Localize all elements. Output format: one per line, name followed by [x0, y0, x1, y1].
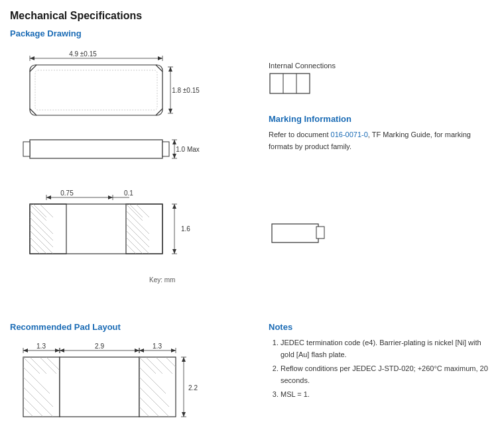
svg-text:Key:  mm: Key: mm [149, 276, 175, 284]
svg-marker-84 [171, 348, 176, 352]
svg-text:1.0 Max: 1.0 Max [176, 146, 200, 153]
svg-text:0.75: 0.75 [60, 189, 74, 197]
svg-rect-35 [30, 204, 162, 254]
svg-rect-103 [139, 357, 176, 417]
note-item-2: Reflow conditions per JEDEC J-STD-020; +… [281, 363, 494, 386]
svg-marker-83 [139, 348, 144, 352]
svg-text:2.9: 2.9 [95, 343, 104, 350]
svg-marker-90 [182, 412, 186, 417]
internal-connections-section: Internal Connections [269, 62, 494, 101]
note-item-3: MSL = 1. [281, 389, 494, 401]
svg-marker-71 [23, 348, 28, 352]
svg-marker-10 [168, 109, 172, 113]
svg-rect-66 [272, 224, 318, 242]
svg-text:1.8 ±0.15: 1.8 ±0.15 [172, 87, 200, 94]
svg-marker-59 [172, 204, 176, 209]
svg-marker-77 [60, 348, 64, 352]
note-item-1: JEDEC termination code (e4). Barrier-pla… [281, 337, 494, 360]
internal-connections-label: Internal Connections [269, 62, 494, 70]
svg-text:2.2: 2.2 [188, 384, 198, 392]
svg-marker-30 [46, 195, 51, 199]
svg-marker-9 [168, 67, 172, 72]
svg-text:4.9 ±0.15: 4.9 ±0.15 [69, 50, 97, 58]
svg-marker-72 [55, 348, 60, 352]
pad-layout-section: Recommended Pad Layout 1.3 2.9 [10, 322, 249, 428]
svg-marker-60 [172, 249, 176, 254]
marking-info-title: Marking Information [269, 114, 494, 124]
svg-marker-89 [182, 357, 186, 362]
package-drawing-area: 4.9 ±0.15 1.8 ±0.15 [10, 44, 235, 302]
svg-rect-19 [23, 142, 30, 156]
marking-info-section: Marking Information Refer to document 01… [269, 114, 494, 152]
pad-layout-title: Recommended Pad Layout [10, 322, 249, 332]
marking-info-text: Refer to document 016-0071-0, TF Marking… [269, 129, 494, 152]
svg-rect-67 [316, 227, 324, 239]
svg-rect-12 [30, 65, 162, 115]
side-view-right [269, 219, 494, 254]
package-drawing-title: Package Drawing [10, 28, 249, 38]
svg-marker-31 [108, 195, 113, 199]
pad-layout-drawing: 1.3 2.9 1.3 [10, 337, 249, 428]
svg-marker-25 [172, 154, 176, 158]
svg-marker-3 [30, 56, 34, 60]
svg-rect-102 [60, 357, 139, 417]
svg-marker-78 [135, 348, 139, 352]
notes-title: Notes [269, 322, 494, 332]
page-title: Mechanical Specifications [10, 10, 494, 22]
notes-section: Notes JEDEC termination code (e4). Barri… [262, 322, 494, 428]
svg-marker-24 [172, 140, 176, 144]
svg-rect-63 [270, 74, 310, 93]
svg-text:0.1: 0.1 [124, 189, 133, 197]
svg-text:1.6: 1.6 [181, 225, 190, 233]
svg-text:1.3: 1.3 [36, 343, 46, 350]
svg-rect-20 [162, 142, 169, 156]
notes-list: JEDEC termination code (e4). Barrier-pla… [269, 337, 494, 401]
package-drawing-section: Package Drawing 4.9 ±0.15 [10, 28, 249, 302]
internal-connections-diagram [269, 72, 315, 99]
svg-text:1.3: 1.3 [153, 343, 162, 350]
svg-rect-92 [23, 357, 60, 417]
svg-marker-4 [158, 56, 162, 60]
svg-rect-18 [30, 140, 162, 158]
